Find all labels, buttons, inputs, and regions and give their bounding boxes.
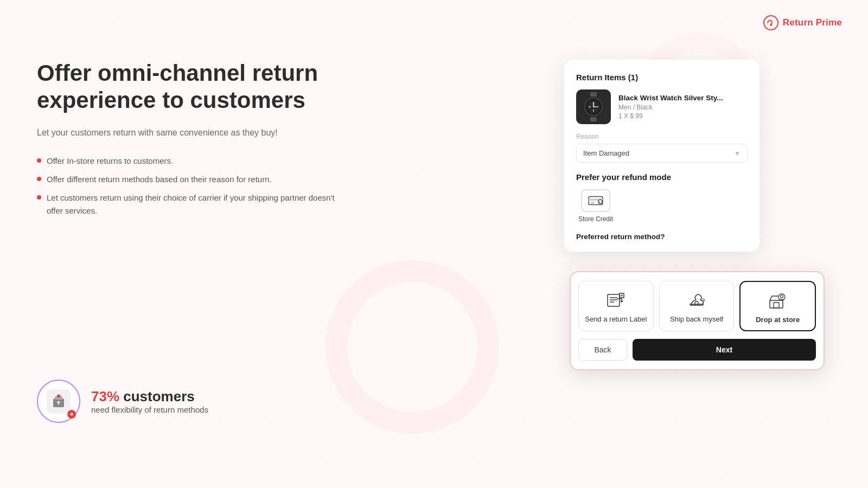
chevron-down-icon: ▼ (734, 150, 741, 157)
svg-rect-6 (590, 117, 597, 121)
bullet-item-1: Offer In-store returns to customers. (37, 155, 341, 168)
subheadline: Let your customers return with same conv… (37, 126, 341, 139)
item-name: Black Wrist Watch Silver Sty... (618, 94, 748, 102)
card-title: Return Items (1) (576, 73, 748, 82)
method-buttons: Back Next (578, 339, 816, 361)
reason-value: Item Damaged (583, 149, 629, 157)
send-label-icon (605, 290, 626, 311)
back-button[interactable]: Back (578, 339, 627, 361)
bullet-text-2: Offer different return methods based on … (47, 173, 272, 186)
stats-arrow-icon (67, 410, 76, 419)
bullet-dot-1 (37, 158, 41, 163)
ship-myself-text: Ship back myself (670, 315, 723, 323)
bullet-text-1: Offer In-store returns to customers. (47, 155, 173, 168)
stats-desc: need flexibility of return methods (91, 405, 208, 414)
svg-rect-20 (608, 294, 620, 306)
headline-part3: to customers (156, 87, 305, 113)
item-variant: Men / Black (618, 104, 748, 111)
svg-text:$: $ (599, 201, 601, 204)
reason-dropdown[interactable]: Item Damaged ▼ (576, 144, 748, 163)
drop-store-text: Drop at store (756, 316, 800, 324)
svg-rect-24 (770, 300, 783, 308)
refund-option[interactable]: $ Store Credit (576, 189, 615, 223)
bullet-text-3: Let customers return using their choice … (47, 191, 341, 217)
svg-point-1 (770, 24, 772, 26)
bullet-item-2: Offer different return methods based on … (37, 173, 341, 186)
logo-prime: Prime (816, 17, 842, 28)
main-card: Return Items (1) Black Wrist Watch Silve… (564, 60, 760, 252)
return-method-title: Preferred return method? (576, 233, 748, 241)
return-box-icon (50, 393, 67, 409)
method-option-send-label[interactable]: Send a return Label (578, 281, 654, 331)
reason-section: Reason Item Damaged ▼ (576, 133, 748, 163)
stats-text: 73% customers need flexibility of return… (91, 388, 208, 414)
stats-section: 73% customers need flexibility of return… (37, 380, 208, 423)
send-label-text: Send a return Label (585, 315, 647, 323)
stats-percentage: 73% (91, 388, 119, 404)
headline-part1: Offer (37, 60, 98, 86)
bullet-list: Offer In-store returns to customers. Off… (37, 155, 341, 217)
bullet-dot-2 (37, 177, 41, 181)
item-image (576, 89, 611, 124)
ship-myself-icon (686, 290, 707, 311)
bullet-dot-3 (37, 195, 41, 200)
watch-image (582, 92, 605, 121)
method-card: Send a return Label Ship back myself D (570, 271, 825, 370)
refund-icon-box: $ (581, 189, 610, 212)
headline: Offer omni-channel returnexperience to c… (37, 60, 341, 114)
refund-section: Prefer your refund mode $ Store Credit (576, 172, 748, 223)
reason-label: Reason (576, 133, 748, 140)
stats-label1: customers (123, 388, 195, 404)
stats-number: 73% customers (91, 388, 208, 405)
refund-title: Prefer your refund mode (576, 172, 748, 182)
header: Return Prime (763, 15, 842, 30)
method-option-drop-store[interactable]: Drop at store (739, 281, 816, 331)
method-option-ship-myself[interactable]: Ship back myself (659, 281, 735, 331)
svg-rect-25 (774, 303, 779, 308)
svg-point-0 (764, 16, 778, 30)
bullet-item-3: Let customers return using their choice … (37, 191, 341, 217)
logo-text: Return Prime (783, 17, 842, 28)
svg-point-26 (778, 294, 785, 300)
refund-label: Store Credit (578, 215, 613, 223)
svg-rect-5 (590, 92, 597, 97)
next-button[interactable]: Next (633, 339, 816, 361)
stats-icon-wrap (37, 380, 80, 423)
logo-return: Return (783, 17, 813, 28)
store-credit-icon: $ (588, 193, 603, 208)
item-details: Black Wrist Watch Silver Sty... Men / Bl… (618, 94, 748, 120)
item-price: 1 X $ 99 (618, 112, 748, 120)
svg-rect-17 (591, 202, 595, 203)
logo-icon (763, 15, 778, 30)
return-item-row: Black Wrist Watch Silver Sty... Men / Bl… (576, 89, 748, 124)
method-options: Send a return Label Ship back myself D (578, 281, 816, 331)
left-content: Offer omni-channel returnexperience to c… (37, 60, 341, 223)
drop-at-store-icon (768, 291, 788, 311)
